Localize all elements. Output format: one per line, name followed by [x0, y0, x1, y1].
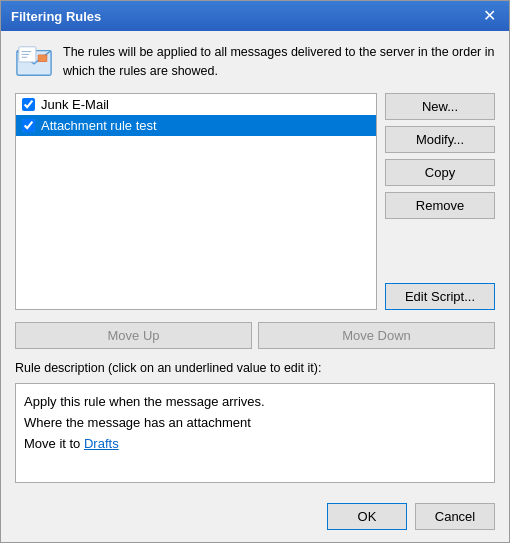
rule-0-checkbox[interactable]: [22, 98, 35, 111]
header-section: The rules will be applied to all message…: [15, 43, 495, 81]
move-up-button[interactable]: Move Up: [15, 322, 252, 349]
main-area: Junk E-Mail Attachment rule test New... …: [15, 93, 495, 310]
ok-button[interactable]: OK: [327, 503, 407, 530]
rule-description-box: Apply this rule when the message arrives…: [15, 383, 495, 483]
description-line3: Move it to Drafts: [24, 434, 486, 455]
close-button[interactable]: ✕: [479, 6, 499, 26]
rule-1-checkbox[interactable]: [22, 119, 35, 132]
buttons-right: New... Modify... Copy Remove Edit Script…: [385, 93, 495, 310]
description-line3-prefix: Move it to: [24, 436, 84, 451]
description-line2: Where the message has an attachment: [24, 413, 486, 434]
new-button[interactable]: New...: [385, 93, 495, 120]
title-bar: Filtering Rules ✕: [1, 1, 509, 31]
cancel-button[interactable]: Cancel: [415, 503, 495, 530]
list-item[interactable]: Junk E-Mail: [16, 94, 376, 115]
drafts-link[interactable]: Drafts: [84, 436, 119, 451]
dialog-title: Filtering Rules: [11, 9, 101, 24]
svg-rect-2: [39, 55, 47, 61]
footer-buttons: OK Cancel: [1, 495, 509, 542]
header-text: The rules will be applied to all message…: [63, 43, 495, 81]
rule-0-label: Junk E-Mail: [41, 97, 109, 112]
move-buttons-row: Move Up Move Down: [15, 322, 495, 349]
mail-icon: [15, 43, 53, 81]
description-line1: Apply this rule when the message arrives…: [24, 392, 486, 413]
copy-button[interactable]: Copy: [385, 159, 495, 186]
edit-script-button[interactable]: Edit Script...: [385, 283, 495, 310]
rule-1-label: Attachment rule test: [41, 118, 157, 133]
move-down-button[interactable]: Move Down: [258, 322, 495, 349]
list-item[interactable]: Attachment rule test: [16, 115, 376, 136]
rule-description-label: Rule description (click on an underlined…: [15, 361, 495, 375]
filtering-rules-dialog: Filtering Rules ✕ The rules will be appl: [0, 0, 510, 543]
dialog-body: The rules will be applied to all message…: [1, 31, 509, 495]
rules-list-container: Junk E-Mail Attachment rule test: [15, 93, 377, 310]
remove-button[interactable]: Remove: [385, 192, 495, 219]
modify-button[interactable]: Modify...: [385, 126, 495, 153]
rules-list: Junk E-Mail Attachment rule test: [15, 93, 377, 310]
